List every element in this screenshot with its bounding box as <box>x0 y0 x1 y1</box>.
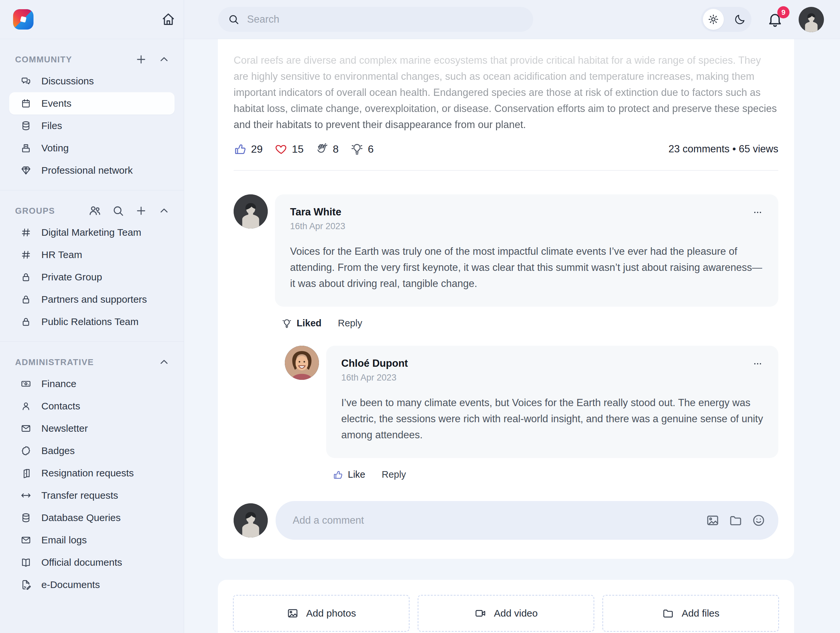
section-title: GROUPS <box>15 206 88 216</box>
sidebar-item-email-logs[interactable]: Email logs <box>9 529 175 551</box>
button-label: Add video <box>494 608 537 619</box>
sidebar-item-official-documents[interactable]: Official documents <box>9 551 175 574</box>
comment-menu-icon[interactable] <box>750 356 766 373</box>
sidebar-item-discussions[interactable]: Discussions <box>9 70 175 92</box>
user-avatar[interactable] <box>234 503 268 538</box>
sidebar-item-newsletter[interactable]: Newsletter <box>9 417 175 440</box>
comment: Chloé Dupont 16th Apr 2023 I’ve been to … <box>285 346 778 458</box>
emoji-icon[interactable] <box>752 513 766 528</box>
sidebar-item-files[interactable]: Files <box>9 115 175 137</box>
notifications-button[interactable]: 9 <box>766 11 783 28</box>
envelope-icon <box>21 535 32 546</box>
comment-input-wrap[interactable] <box>276 501 778 540</box>
commenter-avatar[interactable] <box>234 195 268 228</box>
sidebar-item-private-group[interactable]: Private Group <box>9 266 175 288</box>
sidebar-item-label: Events <box>41 98 71 109</box>
light-mode-button[interactable] <box>703 9 724 30</box>
seal-badge-icon <box>21 445 32 456</box>
reaction-heart[interactable]: 15 <box>275 142 304 156</box>
folder-icon <box>662 607 674 620</box>
sidebar-item-label: e-Documents <box>41 579 100 590</box>
sidebar-item-hr-team[interactable]: HR Team <box>9 244 175 266</box>
thumbs-up-icon <box>333 470 343 480</box>
clap-icon <box>315 142 328 156</box>
comment-actions: Liked Reply <box>281 318 778 329</box>
chevron-up-icon[interactable] <box>158 356 171 369</box>
sidebar-item-label: Private Group <box>41 272 102 283</box>
dark-mode-button[interactable] <box>734 13 746 25</box>
sidebar-item-finance[interactable]: Finance <box>9 373 175 395</box>
liked-button[interactable]: Liked <box>297 318 322 329</box>
ballot-box-icon <box>21 142 32 154</box>
chat-bubbles-icon <box>21 76 32 87</box>
comment-bubble: Chloé Dupont 16th Apr 2023 I’ve been to … <box>326 346 778 458</box>
sidebar-item-professional-network[interactable]: Professional network <box>9 159 175 182</box>
reaction-count: 8 <box>333 143 339 155</box>
add-icon[interactable] <box>134 204 148 217</box>
reaction-thumbs-up[interactable]: 29 <box>234 142 263 156</box>
attachments-card: Add photos Add video Add files <box>218 580 794 633</box>
sidebar-item-label: Transfer requests <box>41 490 118 501</box>
global-search[interactable] <box>218 7 533 32</box>
sidebar-item-label: Official documents <box>41 557 122 568</box>
add-comment-row <box>234 501 778 540</box>
search-groups-icon[interactable] <box>112 204 125 217</box>
sidebar-item-contacts[interactable]: Contacts <box>9 395 175 417</box>
sidebar-item-label: Partners and supporters <box>41 294 147 305</box>
add-photos-button[interactable]: Add photos <box>233 595 409 632</box>
reaction-clap[interactable]: 8 <box>315 142 339 156</box>
sidebar-item-resignation-requests[interactable]: Resignation requests <box>9 462 175 484</box>
reaction-count: 15 <box>292 143 304 155</box>
post-meta: 23 comments • 65 views <box>668 143 778 155</box>
theme-toggle[interactable] <box>701 7 752 32</box>
comment-input[interactable] <box>293 514 706 526</box>
app-logo[interactable] <box>11 7 35 32</box>
database-icon <box>21 120 32 131</box>
sidebar-item-label: Discussions <box>41 76 94 87</box>
sidebar-item-e-documents[interactable]: e-Documents <box>9 574 175 596</box>
sidebar-item-events[interactable]: Events <box>9 92 175 115</box>
sidebar-item-label: Newsletter <box>41 423 88 434</box>
reply-button[interactable]: Reply <box>382 469 406 480</box>
chevron-up-icon[interactable] <box>158 53 171 66</box>
sidebar-item-transfer-requests[interactable]: Transfer requests <box>9 484 175 506</box>
reply-button[interactable]: Reply <box>338 318 362 329</box>
attach-image-icon[interactable] <box>706 513 720 528</box>
section-title: COMMUNITY <box>15 54 134 65</box>
add-icon[interactable] <box>134 53 148 66</box>
lock-icon <box>21 294 32 305</box>
add-video-button[interactable]: Add video <box>418 595 594 632</box>
divider <box>234 170 778 171</box>
section-title: ADMINISTRATIVE <box>15 357 158 367</box>
reaction-lightbulb[interactable]: 6 <box>351 142 374 156</box>
sidebar-item-partners-and-supporters[interactable]: Partners and supporters <box>9 288 175 310</box>
add-files-button[interactable]: Add files <box>602 595 779 632</box>
calendar-icon <box>21 98 32 109</box>
commenter-avatar[interactable] <box>285 346 319 380</box>
comment-menu-icon[interactable] <box>750 204 766 222</box>
reaction-count: 29 <box>251 143 263 155</box>
app-window: 9 COMMUNITY Discussions Events <box>0 0 840 633</box>
sidebar-item-digital-marketing-team[interactable]: Digital Marketing Team <box>9 221 175 244</box>
members-icon[interactable] <box>88 204 102 218</box>
sidebar-item-label: Files <box>41 120 62 131</box>
post-card: Coral reefs are diverse and complex mari… <box>218 39 794 559</box>
user-avatar[interactable] <box>799 7 824 32</box>
sidebar-item-badges[interactable]: Badges <box>9 440 175 462</box>
hash-icon <box>21 227 32 238</box>
sidebar-item-public-relations-team[interactable]: Public Relations Team <box>9 310 175 333</box>
comment-text: I’ve been to many climate events, but Vo… <box>341 395 763 443</box>
envelope-icon <box>21 423 32 434</box>
sidebar-item-database-queries[interactable]: Database Queries <box>9 506 175 529</box>
lightbulb-icon <box>351 142 363 156</box>
chevron-up-icon[interactable] <box>158 204 171 217</box>
reactions-row: 29 15 8 6 23 comments • 65 views <box>234 142 778 156</box>
like-button[interactable]: Like <box>348 469 365 480</box>
comment-bubble: Tara White 16th Apr 2023 Voices for the … <box>275 195 778 307</box>
search-input[interactable] <box>247 13 530 25</box>
sidebar-item-voting[interactable]: Voting <box>9 137 175 159</box>
attach-file-icon[interactable] <box>728 513 743 528</box>
lightbulb-icon <box>281 318 292 329</box>
home-icon[interactable] <box>158 9 178 30</box>
sidebar-item-label: Professional network <box>41 165 133 176</box>
